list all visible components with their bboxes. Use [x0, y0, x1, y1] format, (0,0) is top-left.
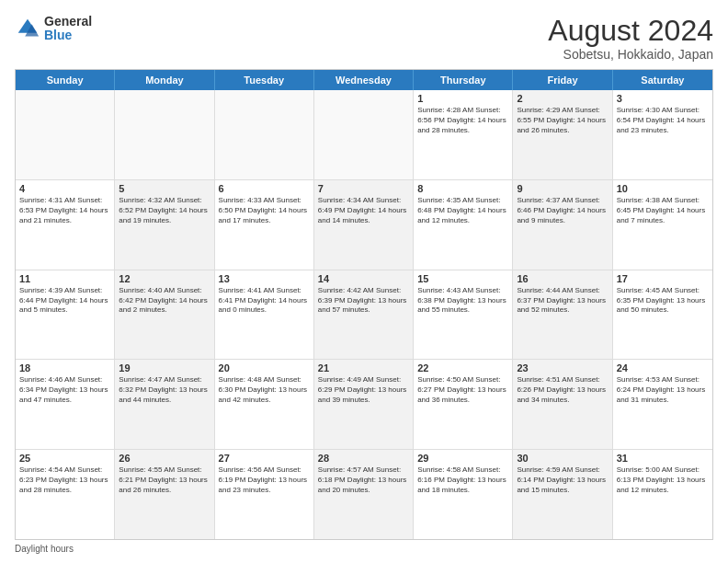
- calendar-week-row: 4Sunrise: 4:31 AM Sunset: 6:53 PM Daylig…: [16, 180, 712, 270]
- cell-info: Sunrise: 4:50 AM Sunset: 6:27 PM Dayligh…: [417, 375, 508, 405]
- day-number: 19: [119, 362, 210, 373]
- day-number: 24: [617, 362, 709, 373]
- day-number: 23: [517, 362, 608, 373]
- calendar-cell: 10Sunrise: 4:38 AM Sunset: 6:45 PM Dayli…: [613, 180, 712, 270]
- calendar-cell: 15Sunrise: 4:43 AM Sunset: 6:38 PM Dayli…: [414, 270, 513, 360]
- cell-info: Sunrise: 4:31 AM Sunset: 6:53 PM Dayligh…: [19, 196, 110, 225]
- calendar-header-cell: Monday: [115, 70, 214, 90]
- cell-info: Sunrise: 4:40 AM Sunset: 6:42 PM Dayligh…: [119, 286, 210, 316]
- day-number: 8: [417, 183, 508, 194]
- calendar-cell: [16, 90, 115, 179]
- cell-info: Sunrise: 4:53 AM Sunset: 6:24 PM Dayligh…: [617, 375, 709, 405]
- calendar-header-cell: Thursday: [414, 70, 513, 90]
- day-number: 11: [19, 273, 110, 284]
- calendar-header-cell: Saturday: [613, 70, 712, 90]
- day-number: 16: [517, 273, 608, 284]
- calendar-cell: 9Sunrise: 4:37 AM Sunset: 6:46 PM Daylig…: [513, 180, 612, 270]
- cell-info: Sunrise: 4:35 AM Sunset: 6:48 PM Dayligh…: [417, 196, 508, 225]
- calendar-cell: [115, 90, 214, 179]
- calendar-week-row: 11Sunrise: 4:39 AM Sunset: 6:44 PM Dayli…: [16, 270, 712, 361]
- cell-info: Sunrise: 4:46 AM Sunset: 6:34 PM Dayligh…: [19, 375, 110, 405]
- logo-blue: Blue: [44, 29, 92, 42]
- cell-info: Sunrise: 4:54 AM Sunset: 6:23 PM Dayligh…: [19, 465, 110, 495]
- calendar-body: 1Sunrise: 4:28 AM Sunset: 6:56 PM Daylig…: [16, 90, 712, 539]
- calendar-header-cell: Friday: [513, 70, 612, 90]
- cell-info: Sunrise: 4:48 AM Sunset: 6:30 PM Dayligh…: [219, 375, 310, 405]
- page: General Blue August 2024 Sobetsu, Hokkai…: [0, 0, 728, 563]
- calendar-cell: 18Sunrise: 4:46 AM Sunset: 6:34 PM Dayli…: [16, 360, 115, 449]
- calendar-cell: 8Sunrise: 4:35 AM Sunset: 6:48 PM Daylig…: [414, 180, 513, 270]
- calendar-cell: 20Sunrise: 4:48 AM Sunset: 6:30 PM Dayli…: [215, 360, 314, 449]
- day-number: 4: [19, 183, 110, 194]
- calendar-cell: 1Sunrise: 4:28 AM Sunset: 6:56 PM Daylig…: [414, 90, 513, 179]
- calendar-cell: 3Sunrise: 4:30 AM Sunset: 6:54 PM Daylig…: [613, 90, 712, 179]
- cell-info: Sunrise: 5:00 AM Sunset: 6:13 PM Dayligh…: [617, 465, 709, 495]
- day-number: 31: [617, 453, 709, 464]
- cell-info: Sunrise: 4:37 AM Sunset: 6:46 PM Dayligh…: [517, 196, 608, 225]
- calendar-cell: 29Sunrise: 4:58 AM Sunset: 6:16 PM Dayli…: [414, 450, 513, 539]
- calendar-cell: 12Sunrise: 4:40 AM Sunset: 6:42 PM Dayli…: [115, 270, 214, 360]
- calendar-week-row: 25Sunrise: 4:54 AM Sunset: 6:23 PM Dayli…: [16, 450, 712, 539]
- calendar-cell: 14Sunrise: 4:42 AM Sunset: 6:39 PM Dayli…: [314, 270, 414, 360]
- header: General Blue August 2024 Sobetsu, Hokkai…: [15, 15, 713, 62]
- day-number: 30: [517, 453, 608, 464]
- calendar-cell: 6Sunrise: 4:33 AM Sunset: 6:50 PM Daylig…: [215, 180, 314, 270]
- day-number: 6: [219, 183, 310, 194]
- day-number: 5: [119, 183, 210, 194]
- cell-info: Sunrise: 4:58 AM Sunset: 6:16 PM Dayligh…: [417, 465, 508, 495]
- day-number: 22: [417, 362, 508, 373]
- day-number: 7: [318, 183, 409, 194]
- calendar-cell: 17Sunrise: 4:45 AM Sunset: 6:35 PM Dayli…: [613, 270, 712, 360]
- calendar-cell: 21Sunrise: 4:49 AM Sunset: 6:29 PM Dayli…: [314, 360, 414, 449]
- day-number: 10: [617, 183, 709, 194]
- calendar-cell: 4Sunrise: 4:31 AM Sunset: 6:53 PM Daylig…: [16, 180, 115, 270]
- title-block: August 2024 Sobetsu, Hokkaido, Japan: [548, 15, 713, 62]
- calendar-cell: [314, 90, 414, 179]
- logo: General Blue: [15, 15, 92, 43]
- cell-info: Sunrise: 4:44 AM Sunset: 6:37 PM Dayligh…: [517, 286, 608, 316]
- cell-info: Sunrise: 4:34 AM Sunset: 6:49 PM Dayligh…: [318, 196, 409, 225]
- cell-info: Sunrise: 4:56 AM Sunset: 6:19 PM Dayligh…: [219, 465, 310, 495]
- calendar-cell: 25Sunrise: 4:54 AM Sunset: 6:23 PM Dayli…: [16, 450, 115, 539]
- cell-info: Sunrise: 4:29 AM Sunset: 6:55 PM Dayligh…: [517, 106, 608, 135]
- day-number: 27: [219, 453, 310, 464]
- calendar-cell: 13Sunrise: 4:41 AM Sunset: 6:41 PM Dayli…: [215, 270, 314, 360]
- day-number: 12: [119, 273, 210, 284]
- calendar-cell: 11Sunrise: 4:39 AM Sunset: 6:44 PM Dayli…: [16, 270, 115, 360]
- main-title: August 2024: [548, 15, 713, 47]
- day-number: 14: [318, 273, 409, 284]
- calendar-header-cell: Wednesday: [314, 70, 414, 90]
- calendar-week-row: 1Sunrise: 4:28 AM Sunset: 6:56 PM Daylig…: [16, 90, 712, 180]
- cell-info: Sunrise: 4:59 AM Sunset: 6:14 PM Dayligh…: [517, 465, 608, 495]
- calendar-cell: 5Sunrise: 4:32 AM Sunset: 6:52 PM Daylig…: [115, 180, 214, 270]
- cell-info: Sunrise: 4:55 AM Sunset: 6:21 PM Dayligh…: [119, 465, 210, 495]
- cell-info: Sunrise: 4:51 AM Sunset: 6:26 PM Dayligh…: [517, 375, 608, 405]
- cell-info: Sunrise: 4:45 AM Sunset: 6:35 PM Dayligh…: [617, 286, 709, 316]
- calendar-week-row: 18Sunrise: 4:46 AM Sunset: 6:34 PM Dayli…: [16, 360, 712, 450]
- calendar-header-cell: Sunday: [16, 70, 115, 90]
- day-number: 17: [617, 273, 709, 284]
- calendar-cell: 24Sunrise: 4:53 AM Sunset: 6:24 PM Dayli…: [613, 360, 712, 449]
- calendar: SundayMondayTuesdayWednesdayThursdayFrid…: [15, 69, 713, 540]
- cell-info: Sunrise: 4:42 AM Sunset: 6:39 PM Dayligh…: [318, 286, 409, 316]
- cell-info: Sunrise: 4:39 AM Sunset: 6:44 PM Dayligh…: [19, 286, 110, 316]
- day-number: 15: [417, 273, 508, 284]
- calendar-cell: 27Sunrise: 4:56 AM Sunset: 6:19 PM Dayli…: [215, 450, 314, 539]
- day-number: 1: [417, 93, 508, 104]
- logo-text: General Blue: [44, 15, 92, 43]
- calendar-cell: 31Sunrise: 5:00 AM Sunset: 6:13 PM Dayli…: [613, 450, 712, 539]
- day-number: 26: [119, 453, 210, 464]
- cell-info: Sunrise: 4:47 AM Sunset: 6:32 PM Dayligh…: [119, 375, 210, 405]
- footer-note: Daylight hours: [15, 544, 713, 554]
- cell-info: Sunrise: 4:57 AM Sunset: 6:18 PM Dayligh…: [318, 465, 409, 495]
- cell-info: Sunrise: 4:30 AM Sunset: 6:54 PM Dayligh…: [617, 106, 709, 135]
- calendar-cell: [215, 90, 314, 179]
- logo-general: General: [44, 15, 92, 29]
- day-number: 29: [417, 453, 508, 464]
- calendar-cell: 7Sunrise: 4:34 AM Sunset: 6:49 PM Daylig…: [314, 180, 414, 270]
- calendar-cell: 22Sunrise: 4:50 AM Sunset: 6:27 PM Dayli…: [414, 360, 513, 449]
- day-number: 28: [318, 453, 409, 464]
- day-number: 2: [517, 93, 608, 104]
- day-number: 13: [219, 273, 310, 284]
- day-number: 18: [19, 362, 110, 373]
